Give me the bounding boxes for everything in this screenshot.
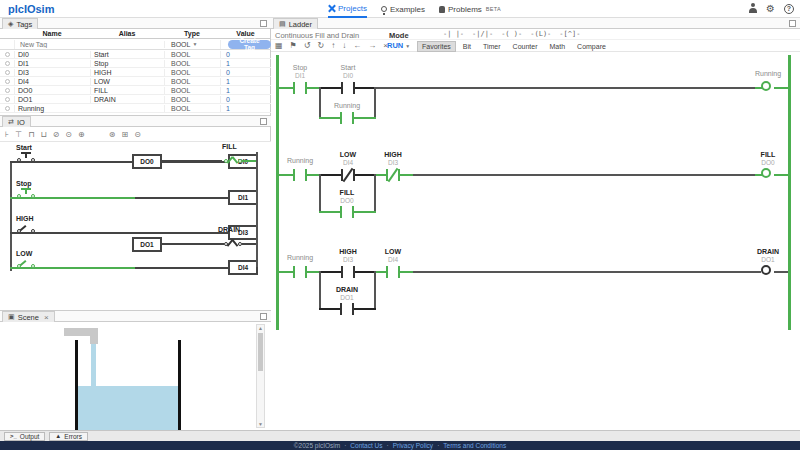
tag-value[interactable]: 1 xyxy=(220,78,271,85)
pushbutton-nc-icon[interactable]: ⊤ xyxy=(15,130,22,139)
expand-icon[interactable] xyxy=(260,118,267,125)
selector-icon[interactable]: ⊕ xyxy=(78,130,85,139)
contact-running[interactable] xyxy=(293,266,307,278)
col-name[interactable]: Name xyxy=(14,30,90,37)
stop-pushbutton[interactable] xyxy=(17,189,35,201)
address-box[interactable]: DI4 xyxy=(228,260,258,275)
contact-low[interactable] xyxy=(386,266,400,278)
coil-running[interactable] xyxy=(761,81,771,91)
redo-icon[interactable]: ↻ xyxy=(317,41,324,50)
no-contact-icon[interactable]: -| |- xyxy=(443,30,464,38)
type-dropdown[interactable]: BOOL ▼ xyxy=(164,41,220,48)
scroll-down-icon[interactable]: ▼ xyxy=(257,421,264,427)
ladder-tab[interactable]: ▤ Ladder xyxy=(273,18,318,29)
new-tag-input[interactable] xyxy=(18,40,88,49)
tag-value[interactable]: 1 xyxy=(220,105,271,112)
sensor-icon[interactable]: ⊘ xyxy=(53,130,60,139)
oneshot-icon[interactable]: -[^]- xyxy=(559,30,580,38)
help-icon[interactable]: ? xyxy=(784,4,794,14)
undo-icon[interactable]: ↺ xyxy=(304,41,311,50)
move-left-icon[interactable]: ← xyxy=(353,41,361,50)
move-up-icon[interactable]: ↑ xyxy=(331,41,335,50)
io-tab[interactable]: ⇄ IO xyxy=(2,116,31,127)
contact-drain-seal[interactable] xyxy=(340,303,354,315)
lamp-icon[interactable]: ⊛ xyxy=(109,130,116,139)
address-box[interactable]: DI1 xyxy=(228,190,258,205)
tab-compare[interactable]: Compare xyxy=(572,41,611,52)
coil-icon[interactable]: -( )- xyxy=(501,30,522,38)
address-box[interactable]: DO0 xyxy=(132,154,162,169)
expand-icon[interactable] xyxy=(260,313,267,320)
user-icon[interactable] xyxy=(748,3,757,14)
limit-switch-icon[interactable]: ⊔ xyxy=(40,130,46,139)
contact-high[interactable] xyxy=(341,266,355,278)
terms-link[interactable]: Terms and Conditions xyxy=(443,442,506,449)
start-pushbutton[interactable] xyxy=(17,153,35,165)
force-toggle-icon[interactable] xyxy=(5,106,10,111)
contact-running-seal[interactable] xyxy=(340,112,354,124)
force-toggle-icon[interactable] xyxy=(5,97,10,102)
expand-icon[interactable] xyxy=(260,20,267,27)
contact-running[interactable] xyxy=(293,169,307,181)
tab-math[interactable]: Math xyxy=(545,41,571,52)
latch-coil-icon[interactable]: -(L)- xyxy=(530,30,551,38)
nav-projects[interactable]: Projects xyxy=(328,0,367,18)
force-toggle-icon[interactable] xyxy=(5,52,10,57)
flag-icon[interactable]: ⚑ xyxy=(290,41,297,50)
tag-value[interactable]: 0 xyxy=(220,51,271,58)
col-alias[interactable]: Alias xyxy=(90,30,164,37)
drain-valve[interactable] xyxy=(224,237,242,249)
errors-tab[interactable]: ▲ Errors xyxy=(49,432,88,441)
output-tab[interactable]: >_ Output xyxy=(4,432,45,441)
contact-low-nc[interactable] xyxy=(341,169,355,181)
gear-icon[interactable]: ⚙ xyxy=(766,3,775,14)
force-toggle-icon[interactable] xyxy=(5,79,10,84)
pushbutton-icon[interactable]: ⊦ xyxy=(5,130,9,139)
expand-icon[interactable] xyxy=(789,20,796,27)
contact-fill-seal[interactable] xyxy=(340,206,354,218)
scrollbar-thumb[interactable] xyxy=(258,333,263,371)
force-toggle-icon[interactable] xyxy=(5,70,10,75)
tab-timer[interactable]: Timer xyxy=(478,41,506,52)
force-toggle-icon[interactable] xyxy=(5,88,10,93)
tags-tab[interactable]: ◈ Tags xyxy=(2,18,38,29)
nav-examples[interactable]: Examples xyxy=(381,0,425,18)
high-level-sensor[interactable] xyxy=(17,224,35,236)
tab-counter[interactable]: Counter xyxy=(508,41,543,52)
nav-problems[interactable]: Problems BETA xyxy=(439,0,501,18)
mode-select[interactable]: RUN ▼ xyxy=(387,41,410,50)
level-switch-icon[interactable]: ⊙ xyxy=(65,130,72,139)
tab-bit[interactable]: Bit xyxy=(458,41,476,52)
select-icon[interactable]: ▦ xyxy=(275,41,283,50)
col-type[interactable]: Type xyxy=(164,30,220,37)
contact-link[interactable]: Contact Us xyxy=(350,442,382,449)
move-right-icon[interactable]: → xyxy=(368,41,376,50)
toggle-switch-icon[interactable]: ⊓ xyxy=(28,130,34,139)
contact-start[interactable] xyxy=(341,82,355,94)
scene-tab[interactable]: ▣ Scene × xyxy=(2,311,55,322)
privacy-link[interactable]: Privacy Policy xyxy=(393,442,433,449)
scene-scrollbar[interactable]: ▲ ▼ xyxy=(256,324,265,428)
scroll-up-icon[interactable]: ▲ xyxy=(257,325,264,331)
coil-fill[interactable] xyxy=(761,168,771,178)
tag-value[interactable]: 0 xyxy=(220,69,271,76)
tag-value[interactable]: 1 xyxy=(220,60,271,67)
tag-value[interactable]: 0 xyxy=(220,96,271,103)
create-tag-button[interactable]: Create Tag xyxy=(228,40,271,49)
close-icon[interactable]: × xyxy=(44,313,49,322)
contact-high-nc[interactable] xyxy=(386,169,400,181)
motor-icon[interactable]: ⊝ xyxy=(134,130,141,139)
fill-valve[interactable] xyxy=(224,154,242,166)
app-logo[interactable]: plcIOsim xyxy=(8,3,54,15)
coil-drain[interactable] xyxy=(761,265,771,275)
tab-favorites[interactable]: Favorites xyxy=(417,41,456,52)
force-toggle-icon[interactable] xyxy=(5,61,10,66)
valve-icon[interactable]: ⊞ xyxy=(121,130,128,139)
low-level-sensor[interactable] xyxy=(17,259,35,271)
move-down-icon[interactable]: ↓ xyxy=(342,41,346,50)
col-value[interactable]: Value xyxy=(220,30,271,37)
contact-stop[interactable] xyxy=(293,82,307,94)
address-box[interactable]: DO1 xyxy=(132,237,162,252)
nc-contact-icon[interactable]: -|/|- xyxy=(472,30,493,38)
tag-value[interactable]: 1 xyxy=(220,87,271,94)
